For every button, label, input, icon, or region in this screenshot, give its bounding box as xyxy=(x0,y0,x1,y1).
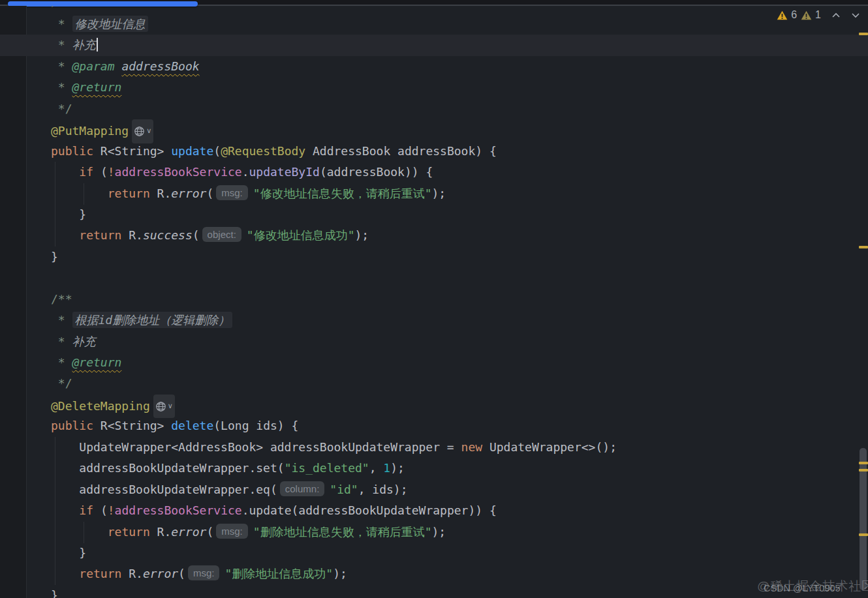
code-token: R. xyxy=(121,228,143,242)
chevron-down-icon: ∨ xyxy=(168,396,173,417)
code-token: ( xyxy=(206,187,213,200)
warnings-button[interactable]: 6 xyxy=(777,9,797,21)
code-token: if xyxy=(79,503,93,517)
code-line-5[interactable]: */ xyxy=(0,98,868,119)
code-token: return xyxy=(108,187,150,200)
code-line-19[interactable]: @DeleteMapping∨ xyxy=(0,395,868,415)
code-line-15[interactable]: * 根据id删除地址（逻辑删除） xyxy=(0,310,868,331)
code-token: AddressBook addressBook) { xyxy=(305,144,497,158)
code-token: error xyxy=(171,187,206,200)
code-line-9[interactable]: return R.error(msg:"修改地址信息失败，请稍后重试"); xyxy=(0,183,868,204)
weak-warning-triangle-icon xyxy=(801,10,812,20)
code-token: UpdateWrapper<>(); xyxy=(482,440,617,454)
scrollbar-warning-stripe[interactable] xyxy=(859,462,868,464)
next-problem-button[interactable] xyxy=(851,12,860,18)
code-line-2[interactable]: * 补充 xyxy=(0,35,868,55)
code-token: R. xyxy=(150,187,172,200)
scrollbar-warning-stripe[interactable] xyxy=(859,246,868,248)
code-token: * xyxy=(51,80,72,94)
url-mapping-globe-button[interactable]: ∨ xyxy=(153,395,175,418)
code-token: addressBook xyxy=(121,59,199,73)
code-line-3[interactable]: * @param addressBook xyxy=(0,56,868,77)
code-line-17[interactable]: * @return xyxy=(0,352,868,373)
code-token: 根据id删除地址（逻辑删除） xyxy=(72,312,233,328)
code-line-13[interactable] xyxy=(0,267,868,288)
code-token: ); xyxy=(390,461,405,475)
code-line-10[interactable]: } xyxy=(0,204,868,225)
code-line-14[interactable]: /** xyxy=(0,289,868,310)
globe-icon xyxy=(155,401,166,412)
code-line-18[interactable]: */ xyxy=(0,373,868,394)
code-token: update xyxy=(171,144,213,158)
code-token xyxy=(51,503,79,517)
code-line-11[interactable]: return R.success(object:"修改地址信息成功"); xyxy=(0,225,868,246)
code-line-28[interactable]: } xyxy=(0,585,868,598)
code-token: . xyxy=(242,503,249,517)
code-token: ( xyxy=(193,228,200,242)
code-line-20[interactable]: public R<String> delete(Long ids) { xyxy=(0,415,868,436)
code-token xyxy=(51,567,79,580)
code-token: @return xyxy=(72,80,122,94)
text-caret xyxy=(97,38,98,52)
code-token xyxy=(51,165,79,179)
scrollbar-warning-stripe[interactable] xyxy=(859,469,868,471)
inlay-hint: column: xyxy=(280,481,325,496)
code-line-23[interactable]: addressBookUpdateWrapper.eq(column:"id",… xyxy=(0,479,868,500)
code-token: /** xyxy=(51,6,72,8)
code-token: ( xyxy=(178,567,185,580)
inlay-hint: msg: xyxy=(188,565,220,580)
code-line-21[interactable]: UpdateWrapper<AddressBook> addressBookUp… xyxy=(0,437,868,458)
code-token: (addressBookUpdateWrapper)) { xyxy=(292,503,497,517)
code-token: "删除地址信息失败，请稍后重试" xyxy=(253,525,432,539)
chevron-up-icon xyxy=(831,12,841,18)
code-token: error xyxy=(143,567,178,580)
code-token: ! xyxy=(108,503,115,517)
code-token: return xyxy=(108,525,150,539)
code-line-1[interactable]: * 修改地址信息 xyxy=(0,14,868,35)
weak-warnings-button[interactable]: 1 xyxy=(801,9,821,21)
scrollbar-warning-stripe[interactable] xyxy=(859,33,868,35)
warning-count: 6 xyxy=(791,9,797,21)
code-line-27[interactable]: return R.error(msg:"删除地址信息成功"); xyxy=(0,563,868,584)
scrollbar-warning-stripe[interactable] xyxy=(859,533,868,536)
code-area[interactable]: * 修改地址信息 * 补充 * @param addressBook * @re… xyxy=(0,14,868,598)
code-token: UpdateWrapper<AddressBook> addressBookUp… xyxy=(51,440,461,454)
code-line-8[interactable]: if (!addressBookService.updateById(addre… xyxy=(0,162,868,183)
code-token: (addressBook)) { xyxy=(320,165,433,179)
code-token: 补充 xyxy=(72,38,96,52)
code-token: "is_deleted" xyxy=(285,461,369,475)
code-token: */ xyxy=(51,376,72,390)
code-line-12[interactable]: } xyxy=(0,247,868,267)
code-line-4[interactable]: * @return xyxy=(0,77,868,98)
code-line-16[interactable]: * 补充 xyxy=(0,331,868,352)
csdn-watermark: CSDN @LYT0905 xyxy=(764,583,841,593)
code-token: @return xyxy=(72,355,122,369)
code-token: R. xyxy=(121,567,143,580)
code-token: return xyxy=(79,567,121,580)
inlay-hint: msg: xyxy=(216,524,248,539)
code-token: update xyxy=(249,503,292,517)
chevron-down-icon xyxy=(851,12,860,18)
code-token: } xyxy=(51,546,86,560)
code-token: if xyxy=(79,165,93,179)
code-line-24[interactable]: if (!addressBookService.update(addressBo… xyxy=(0,500,868,521)
code-line-26[interactable]: } xyxy=(0,543,868,563)
code-token: R. xyxy=(150,525,172,539)
url-mapping-globe-button[interactable]: ∨ xyxy=(132,119,153,143)
code-token: addressBookService xyxy=(115,503,242,517)
code-line-6[interactable]: @PutMapping∨ xyxy=(0,119,868,140)
code-token: "修改地址信息失败，请稍后重试" xyxy=(253,187,432,200)
code-token xyxy=(51,228,79,242)
code-token: * xyxy=(51,59,72,73)
code-token: ! xyxy=(108,165,115,179)
code-token: * xyxy=(51,313,72,327)
code-line-7[interactable]: public R<String> update(@RequestBody Add… xyxy=(0,141,868,162)
code-token: addressBookUpdateWrapper.set( xyxy=(51,461,285,475)
code-token: ( xyxy=(93,165,108,179)
code-token: "修改地址信息成功" xyxy=(247,228,355,242)
code-token: */ xyxy=(51,102,72,115)
code-line-22[interactable]: addressBookUpdateWrapper.set("is_deleted… xyxy=(0,458,868,479)
previous-problem-button[interactable] xyxy=(831,12,841,18)
chevron-down-icon: ∨ xyxy=(146,121,151,142)
code-line-25[interactable]: return R.error(msg:"删除地址信息失败，请稍后重试"); xyxy=(0,522,868,543)
